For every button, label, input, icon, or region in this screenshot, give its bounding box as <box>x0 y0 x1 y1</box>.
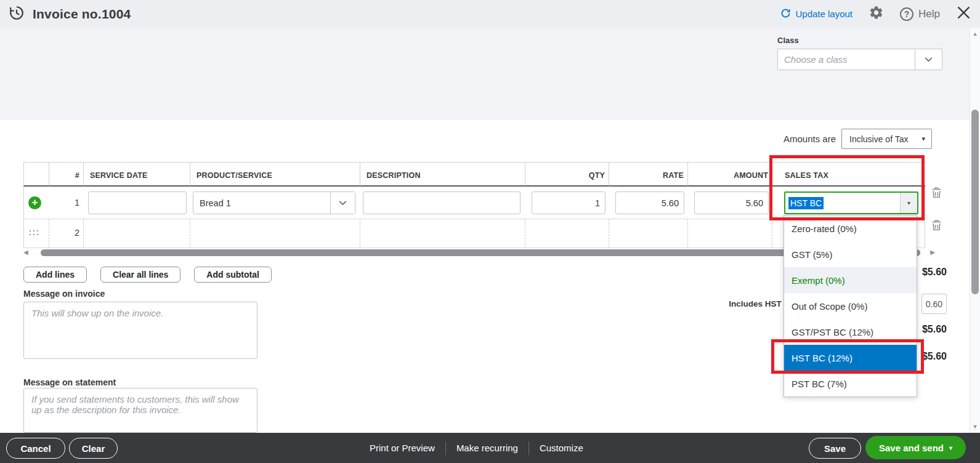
topbar-left: Invoice no.1004 <box>9 5 131 23</box>
row1-service-date-cell <box>83 187 190 219</box>
topbar: Invoice no.1004 Update layout ? Help <box>0 0 980 28</box>
vertical-scrollbar: ▲ ▼ <box>970 28 980 433</box>
amounts-are-label: Amounts are <box>784 134 836 144</box>
row1-actions-cell <box>925 187 949 219</box>
row2-drag-cell <box>23 219 49 248</box>
tax-option-exempt[interactable]: Exempt (0%) <box>784 267 917 293</box>
message-on-invoice-textarea[interactable] <box>23 302 257 359</box>
balance-due-value: $5.60 <box>922 351 947 362</box>
row2-service-date-cell[interactable] <box>83 219 190 248</box>
vertical-scrollbar-thumb[interactable] <box>971 110 979 294</box>
question-icon: ? <box>900 7 913 21</box>
settings-gear-icon[interactable] <box>869 5 884 23</box>
scroll-down-icon[interactable]: ▼ <box>970 424 980 430</box>
column-header-actions <box>925 162 949 187</box>
customize-link[interactable]: Customize <box>540 443 583 453</box>
row1-description-input[interactable] <box>363 191 520 214</box>
add-lines-button[interactable]: Add lines <box>23 267 87 283</box>
row1-sales-tax-input[interactable]: HST BC ▾ <box>784 191 918 214</box>
drag-handle-icon[interactable] <box>28 229 38 237</box>
tax-option-out-of-scope[interactable]: Out of Scope (0%) <box>784 293 917 319</box>
row1-qty-cell <box>525 187 609 219</box>
page-title: Invoice no.1004 <box>33 7 131 22</box>
row2-rate-cell[interactable] <box>609 219 687 248</box>
clear-all-lines-button[interactable]: Clear all lines <box>100 267 180 283</box>
row2-product-cell[interactable] <box>190 219 360 248</box>
scroll-right-icon[interactable]: ▶ <box>930 249 935 256</box>
update-layout-label: Update layout <box>795 9 852 19</box>
row2-amount-cell[interactable] <box>687 219 772 248</box>
make-recurring-link[interactable]: Make recurring <box>456 443 518 453</box>
class-combo <box>777 49 942 70</box>
save-button[interactable]: Save <box>809 438 861 459</box>
column-header-spacer <box>23 162 49 187</box>
add-row-plus-icon[interactable]: + <box>28 196 41 209</box>
clear-button[interactable]: Clear <box>69 438 118 459</box>
message-on-invoice-label: Message on invoice <box>23 289 105 299</box>
save-and-send-label: Save and send <box>879 443 944 453</box>
row2-number: 2 <box>49 219 83 248</box>
row1-amount-input[interactable] <box>694 191 769 214</box>
row1-sales-tax-selected-text: HST BC <box>788 197 824 209</box>
column-header-rate: RATE <box>609 162 687 187</box>
class-chevron-down-icon[interactable] <box>915 49 942 70</box>
refresh-icon <box>780 8 791 20</box>
row2-description-cell[interactable] <box>360 219 525 248</box>
tax-option-gst[interactable]: GST (5%) <box>784 241 917 267</box>
help-button[interactable]: ? Help <box>900 7 940 21</box>
row1-add-cell: + <box>23 187 49 219</box>
row1-service-date-input[interactable] <box>88 191 187 214</box>
form-header-band: Class <box>0 28 980 120</box>
column-header-service-date: SERVICE DATE <box>83 162 190 187</box>
dropdown-arrow-icon: ▾ <box>949 445 952 451</box>
scroll-left-icon[interactable]: ◀ <box>23 249 28 256</box>
row1-rate-cell <box>609 187 687 219</box>
history-icon[interactable] <box>9 5 25 23</box>
row1-trash-icon[interactable] <box>931 190 942 200</box>
message-on-statement-textarea[interactable] <box>23 388 257 433</box>
update-layout-link[interactable]: Update layout <box>780 8 852 20</box>
includes-tax-label: Includes HST ( <box>729 299 787 308</box>
column-header-num: # <box>49 162 83 187</box>
row1-product-input[interactable] <box>193 192 330 214</box>
sales-tax-dropdown-menu: Zero-rated (0%) GST (5%) Exempt (0%) Out… <box>784 215 917 397</box>
amounts-are-select[interactable]: Inclusive of Tax ▾ <box>841 129 932 149</box>
help-label: Help <box>918 8 940 20</box>
tax-option-hst-bc[interactable]: HST BC (12%) <box>784 345 917 371</box>
subtotal-value: $5.60 <box>922 267 947 278</box>
row1-description-cell <box>360 187 525 219</box>
tax-option-gst-pst-bc[interactable]: GST/PST BC (12%) <box>784 319 917 345</box>
close-icon[interactable] <box>956 5 971 23</box>
class-field: Class <box>777 36 942 70</box>
cancel-button[interactable]: Cancel <box>6 438 65 459</box>
row2-qty-cell[interactable] <box>525 219 609 248</box>
row1-number: 1 <box>49 187 83 219</box>
tax-option-pst-bc[interactable]: PST BC (7%) <box>784 371 917 397</box>
add-subtotal-button[interactable]: Add subtotal <box>194 267 272 283</box>
row1-sales-tax-dropdown-arrow[interactable]: ▾ <box>900 193 917 213</box>
class-input[interactable] <box>778 49 915 70</box>
line-actions: Add lines Clear all lines Add subtotal <box>23 267 272 283</box>
message-on-statement-label: Message on statement <box>23 377 116 387</box>
amounts-are-bar: Amounts are Inclusive of Tax ▾ <box>678 129 932 149</box>
row2-trash-icon[interactable] <box>931 222 942 233</box>
column-header-description: DESCRIPTION <box>360 162 525 187</box>
scroll-up-icon[interactable]: ▲ <box>970 31 980 37</box>
column-header-sales-tax: SALES TAX <box>772 162 925 187</box>
column-header-qty: QTY <box>525 162 609 187</box>
row1-product-cell <box>190 187 360 219</box>
tax-amount-input[interactable] <box>921 294 947 314</box>
row1-qty-input[interactable] <box>532 191 605 214</box>
topbar-right: Update layout ? Help <box>780 5 971 23</box>
dropdown-arrow-icon: ▾ <box>921 135 925 143</box>
row1-rate-input[interactable] <box>615 191 684 214</box>
footer-links: Print or Preview Make recurring Customiz… <box>370 433 583 463</box>
print-or-preview-link[interactable]: Print or Preview <box>370 443 435 453</box>
amounts-are-value: Inclusive of Tax <box>849 134 908 144</box>
footer-divider <box>445 441 446 455</box>
row1-product-chevron-down-icon[interactable] <box>330 192 355 214</box>
row1-product-combo <box>193 191 355 214</box>
column-header-amount: AMOUNT <box>687 162 772 187</box>
tax-option-zero-rated[interactable]: Zero-rated (0%) <box>784 215 917 241</box>
save-and-send-button[interactable]: Save and send ▾ <box>865 436 966 459</box>
